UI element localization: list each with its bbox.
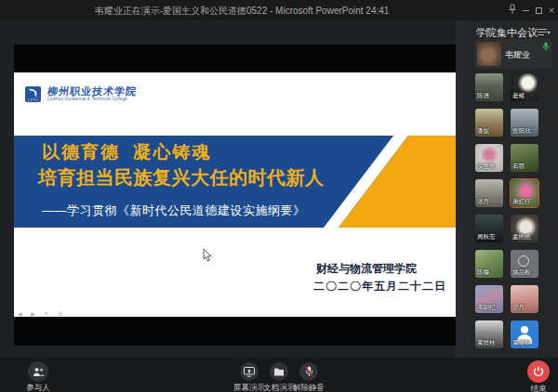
- screen-share-icon: [244, 367, 255, 377]
- people-icon: [33, 367, 45, 377]
- pin-icon[interactable]: [506, 4, 519, 17]
- participant-name: 黄耀标: [512, 339, 531, 347]
- meeting-sidebar: 学院集中会议 韦耀业 陈强老褚潘妮曾阳欣凌世秀石萌张丹康虹任周秋宏孟艳艳陈穆姚品…: [463, 20, 558, 358]
- slide-date: 二〇二〇年五月二十二日: [313, 279, 446, 294]
- participant-name: 石萌: [512, 163, 525, 171]
- participant-name: 邵丹: [512, 304, 525, 312]
- participant-tile[interactable]: 周秋宏: [475, 215, 503, 242]
- participant-name: 凌世秀: [477, 163, 496, 171]
- slide-title-banner: 以德育德 凝心铸魂 培育担当民族复兴大任的时代新人 ——学习贯彻《新时代公民道德…: [14, 136, 456, 228]
- window-title: 韦耀业正在演示-爱国主义和公民道德0522 - Microsoft PowerP…: [0, 5, 484, 18]
- participant-name: 姚品毅: [512, 268, 531, 277]
- unmute-button[interactable]: [299, 362, 318, 381]
- document-share-label[interactable]: 文档演示: [263, 383, 295, 392]
- document-share-icon: [273, 367, 285, 377]
- participant-tile[interactable]: 曾阳欣: [511, 109, 538, 137]
- mic-on-icon: [542, 42, 550, 52]
- participant-tile[interactable]: 黄煜桂: [475, 320, 503, 348]
- document-share-button[interactable]: [270, 362, 288, 381]
- participant-name: 潘妮: [477, 127, 489, 136]
- slide-title-line1: 以德育德 凝心铸魂: [42, 140, 212, 164]
- presenter-controls-icons[interactable]: ◀ ▶ ✎ ☰: [18, 310, 67, 317]
- shared-screen-area: LVTC 柳州职业技术学院 Liuzhou Vocational & Techn…: [0, 20, 463, 358]
- participant-tile[interactable]: 孟艳艳: [511, 215, 538, 242]
- close-icon[interactable]: ×: [545, 4, 558, 17]
- meeting-controls-bar: 参与人 屏幕演示 文档演示 解除静音 结束: [0, 358, 558, 392]
- powerpoint-slide: LVTC 柳州职业技术学院 Liuzhou Vocational & Techn…: [14, 72, 456, 317]
- participant-name: 曾阳欣: [512, 127, 531, 136]
- maximize-icon[interactable]: [532, 4, 545, 17]
- participant-tile[interactable]: 韦朝纪: [475, 285, 503, 313]
- participant-tile[interactable]: 石萌: [511, 144, 538, 172]
- end-meeting-label[interactable]: 结束: [531, 384, 547, 392]
- mouse-cursor-icon: [203, 249, 212, 262]
- participant-grid: 陈强老褚潘妮曾阳欣凌世秀石萌张丹康虹任周秋宏孟艳艳陈穆姚品毅韦朝纪邵丹黄煜桂黄耀…: [475, 73, 546, 348]
- mic-muted-icon: [304, 366, 314, 377]
- screen-share-button[interactable]: [240, 362, 259, 381]
- participant-name: 陈穆: [477, 268, 489, 277]
- participant-name: 陈强: [477, 92, 489, 100]
- meeting-title: 学院集中会议: [476, 26, 538, 40]
- end-meeting-button[interactable]: [527, 360, 550, 383]
- list-menu-icon[interactable]: [538, 28, 551, 38]
- participant-tile[interactable]: 黄耀标: [511, 320, 538, 348]
- participant-tile[interactable]: 姚品毅: [511, 250, 538, 278]
- participant-name: 张丹: [477, 198, 489, 206]
- participant-name: 孟艳艳: [512, 233, 531, 242]
- logo-swirl-icon: [27, 88, 37, 98]
- participant-name: 黄煜桂: [477, 339, 496, 347]
- presentation-stage: LVTC 柳州职业技术学院 Liuzhou Vocational & Techn…: [14, 45, 456, 346]
- panel-divider: [456, 20, 463, 358]
- slide-subtitle: ——学习贯彻《新时代公民道德建设实施纲要》: [42, 203, 306, 219]
- avatar-placeholder-icon: [518, 255, 529, 267]
- minimize-icon[interactable]: [519, 4, 532, 17]
- participant-name: 韦朝纪: [477, 304, 496, 312]
- participant-tile[interactable]: 陈穆: [475, 250, 503, 278]
- unmute-label[interactable]: 解除静音: [293, 383, 325, 392]
- participant-name: 周秋宏: [477, 233, 496, 242]
- slide-department: 财经与物流管理学院: [316, 261, 417, 277]
- screen-share-label[interactable]: 屏幕演示: [233, 383, 265, 392]
- participant-tile[interactable]: 老褚: [511, 73, 538, 101]
- window-titlebar: 韦耀业正在演示-爱国主义和公民道德0522 - Microsoft PowerP…: [0, 0, 558, 20]
- participants-label[interactable]: 参与人: [26, 383, 50, 392]
- power-icon: [533, 366, 544, 377]
- participant-tile[interactable]: 邵丹: [511, 285, 538, 313]
- participant-tile[interactable]: 陈强: [475, 73, 503, 101]
- participant-tile[interactable]: 凌世秀: [475, 144, 503, 172]
- participant-name: 康虹任: [512, 198, 531, 206]
- host-tile[interactable]: 韦耀业: [474, 39, 552, 69]
- host-video-thumbnail: [477, 42, 501, 66]
- person-silhouette-icon: [521, 326, 528, 333]
- college-name-en: Liuzhou Vocational & Technical College: [47, 97, 127, 101]
- college-logo: LVTC: [25, 86, 41, 102]
- participants-button[interactable]: [28, 361, 48, 382]
- participant-tile[interactable]: 潘妮: [475, 109, 503, 137]
- participant-tile[interactable]: 张丹: [475, 179, 503, 207]
- participant-tile[interactable]: 康虹任: [511, 179, 538, 207]
- slide-title-line2: 培育担当民族复兴大任的时代新人: [38, 165, 325, 190]
- host-name: 韦耀业: [505, 49, 530, 61]
- participant-name: 老褚: [512, 92, 525, 100]
